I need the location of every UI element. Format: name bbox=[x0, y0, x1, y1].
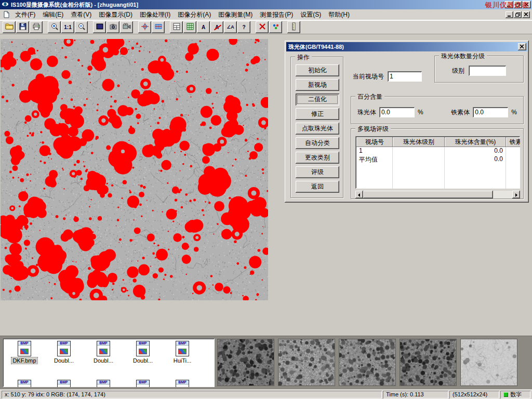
text-label-off-button[interactable]: A bbox=[210, 21, 223, 33]
cut-button[interactable] bbox=[256, 21, 269, 33]
hscroll-thumb[interactable] bbox=[363, 191, 493, 198]
current-field-input[interactable] bbox=[388, 71, 422, 82]
arrow-left-icon bbox=[357, 191, 361, 198]
ruler-button[interactable] bbox=[287, 21, 300, 33]
file-item-0[interactable]: BMPDKF.bmp bbox=[6, 341, 43, 364]
table-cell bbox=[393, 172, 445, 180]
file-item-row2-3[interactable]: BMP bbox=[124, 380, 162, 387]
ferrite-percent-input[interactable] bbox=[473, 107, 508, 117]
file-item-1[interactable]: BMPDoubl... bbox=[45, 341, 83, 364]
menu-item-5[interactable]: 图像分析(A) bbox=[174, 9, 215, 20]
modify-button[interactable]: 修正 bbox=[296, 108, 339, 120]
mdi-close-button[interactable] bbox=[522, 11, 530, 18]
menu-item-6[interactable]: 图像测量(M) bbox=[215, 9, 256, 20]
grid-button[interactable] bbox=[183, 21, 196, 33]
zoom-out-button[interactable] bbox=[75, 21, 88, 33]
bmp-icon-label: BMP bbox=[58, 341, 70, 345]
pick-pearlite-button[interactable]: 点取珠光体 bbox=[296, 123, 339, 135]
camera-button[interactable] bbox=[107, 21, 119, 33]
help-icon: ? bbox=[242, 24, 245, 30]
video-button[interactable] bbox=[120, 21, 133, 33]
thumbnail-1[interactable] bbox=[278, 339, 335, 386]
thumbnail-2[interactable] bbox=[339, 339, 396, 386]
table-cell bbox=[393, 164, 445, 172]
report-icon bbox=[172, 22, 181, 32]
table-row-1[interactable]: 平均值0.0 bbox=[356, 155, 520, 164]
document-icon[interactable] bbox=[2, 10, 10, 19]
menu-item-8[interactable]: 设置(S) bbox=[297, 9, 325, 20]
menu-item-2[interactable]: 查看(V) bbox=[67, 9, 95, 20]
menu-item-0[interactable]: 文件(F) bbox=[11, 9, 39, 20]
crosshair-button[interactable] bbox=[138, 21, 151, 33]
table-cell bbox=[506, 180, 520, 189]
actual-size-button[interactable]: 1:1 bbox=[61, 21, 74, 33]
current-field-label: 当前视场号 bbox=[353, 72, 384, 81]
minimize-button[interactable] bbox=[505, 1, 513, 8]
print-button[interactable] bbox=[30, 21, 43, 33]
help-button[interactable]: ? bbox=[237, 21, 250, 33]
file-item-row2-1[interactable]: BMP bbox=[45, 380, 83, 387]
table-header-3[interactable]: 铁素体含量(%) bbox=[506, 137, 520, 147]
table-header-0[interactable]: 视场号 bbox=[356, 137, 393, 147]
thumbnail-0[interactable] bbox=[217, 339, 274, 386]
status-mode: 数字 bbox=[500, 391, 530, 398]
thumbnail-4[interactable] bbox=[460, 339, 517, 386]
bmp-icon-label: BMP bbox=[97, 380, 110, 384]
hscroll-right-button[interactable] bbox=[512, 191, 520, 198]
pearlite-dialog: 珠光体(GB/T9441-88) 操作 初始化新视场二值化修正点取珠光体自动分类… bbox=[285, 41, 529, 203]
menu-item-1[interactable]: 编辑(E) bbox=[39, 9, 67, 20]
text-label-button[interactable]: A bbox=[197, 21, 210, 33]
rate-button[interactable]: 评级 bbox=[296, 166, 339, 178]
menu-item-9[interactable]: 帮助(H) bbox=[325, 9, 353, 20]
file-item-row2-4[interactable]: BMP bbox=[164, 380, 201, 387]
file-item-2[interactable]: BMPDoubl... bbox=[85, 341, 122, 364]
file-item-4[interactable]: BMPHuiTi... bbox=[164, 341, 201, 364]
file-item-row2-0[interactable]: BMP bbox=[6, 380, 43, 387]
zoom-in-button[interactable] bbox=[48, 21, 61, 33]
dialog-title: 珠光体(GB/T9441-88) bbox=[288, 43, 344, 51]
measure-grid-button[interactable] bbox=[152, 21, 165, 33]
mdi-restore-button[interactable] bbox=[514, 11, 522, 18]
change-category-button[interactable]: 更改类别 bbox=[296, 152, 339, 164]
table-row-0[interactable]: 10.0 bbox=[356, 147, 520, 155]
save-button[interactable] bbox=[16, 21, 29, 33]
micrograph-image[interactable] bbox=[1, 39, 268, 300]
table-header-1[interactable]: 珠光体级别 bbox=[393, 137, 445, 147]
file-item-row2-2[interactable]: BMP bbox=[85, 380, 122, 387]
hscroll-left-button[interactable] bbox=[355, 191, 363, 198]
open-button[interactable] bbox=[3, 21, 16, 33]
app-icon bbox=[2, 1, 9, 9]
dialog-close-button[interactable] bbox=[518, 43, 526, 50]
menu-item-7[interactable]: 测量报告(P) bbox=[256, 9, 297, 20]
table-cell: 0.0 bbox=[445, 147, 506, 155]
menu-item-3[interactable]: 图像显示(D) bbox=[95, 9, 136, 20]
thumbnail-3[interactable] bbox=[400, 339, 457, 386]
maximize-button[interactable] bbox=[514, 1, 522, 8]
pearlite-percent-input[interactable] bbox=[379, 107, 415, 117]
binarize-button[interactable]: 二值化 bbox=[296, 94, 339, 105]
menu-item-4[interactable]: 图像处理(I) bbox=[136, 9, 174, 20]
gallery-panel: BMPDKF.bmpBMPDoubl...BMPDoubl...BMPDoubl… bbox=[0, 336, 532, 390]
angle-label-icon: ∠A bbox=[227, 24, 234, 30]
dialog-title-bar[interactable]: 珠光体(GB/T9441-88) bbox=[286, 42, 527, 51]
snapshot-button[interactable] bbox=[93, 21, 106, 33]
file-item-3[interactable]: BMPDoubl... bbox=[124, 341, 162, 364]
table-header-2[interactable]: 珠光体含量(%) bbox=[445, 137, 506, 147]
auto-classify-button[interactable]: 自动分类 bbox=[296, 137, 339, 149]
window-controls bbox=[505, 1, 531, 8]
table-row-2 bbox=[356, 164, 520, 172]
grade-input[interactable] bbox=[469, 65, 506, 76]
new-field-button[interactable]: 新视场 bbox=[296, 79, 339, 91]
camera-icon bbox=[109, 22, 117, 32]
palette-icon bbox=[272, 22, 280, 32]
report-button[interactable] bbox=[170, 21, 183, 33]
file-name: DKF.bmp bbox=[11, 357, 37, 364]
return-button[interactable]: 返回 bbox=[296, 181, 339, 193]
palette-button[interactable] bbox=[269, 21, 282, 33]
close-icon bbox=[525, 1, 529, 8]
initialize-button[interactable]: 初始化 bbox=[296, 64, 339, 76]
hscroll-track[interactable] bbox=[493, 191, 512, 198]
mdi-minimize-button[interactable] bbox=[506, 11, 513, 18]
angle-label-button[interactable]: ∠A bbox=[224, 21, 237, 33]
close-button[interactable] bbox=[523, 1, 531, 8]
